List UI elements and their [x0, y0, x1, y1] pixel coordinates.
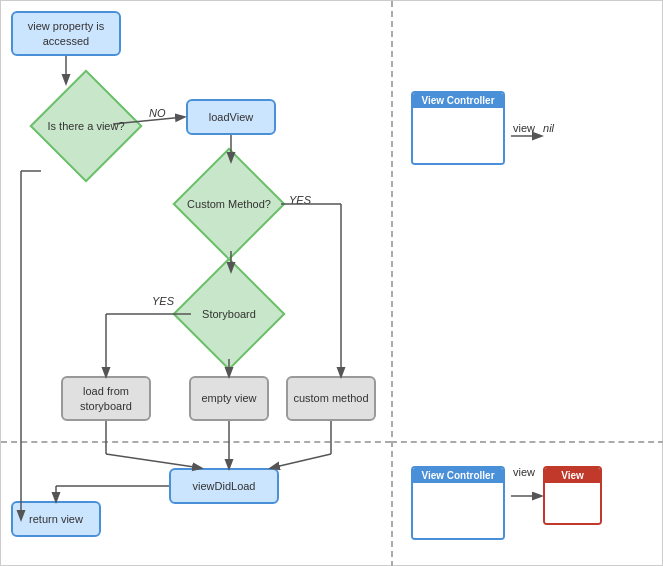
loadview-label: loadView	[209, 110, 253, 124]
decision-storyboard-wrapper: Storyboard	[179, 269, 279, 359]
yes-label: YES	[289, 194, 311, 206]
svg-line-11	[106, 454, 201, 468]
main-container: view property is accessed Is there a vie…	[0, 0, 663, 566]
vc-diagram-bottom: View Controller view View	[411, 466, 602, 540]
divider-horizontal	[1, 441, 391, 443]
vc-header-top: View Controller	[413, 93, 503, 108]
view-header-red: View	[545, 468, 600, 483]
vc-header-bottom: View Controller	[413, 468, 503, 483]
custom-method-label: custom method	[293, 391, 368, 405]
load-storyboard-label: load from storyboard	[63, 384, 149, 413]
view-body-red	[545, 483, 600, 523]
start-box: view property is accessed	[11, 11, 121, 56]
custom-method-box: custom method	[286, 376, 376, 421]
decision-view-wrapper: Is there a view?	[31, 81, 141, 171]
return-view-label: return view	[29, 512, 83, 526]
load-storyboard-box: load from storyboard	[61, 376, 151, 421]
svg-line-15	[271, 454, 331, 468]
loadview-box: loadView	[186, 99, 276, 135]
vc-diagram-top: View Controller view nil	[411, 91, 554, 165]
decision-view-diamond	[29, 69, 142, 182]
decision-custom-diamond	[172, 147, 285, 260]
vc-arrow-label-bottom: view	[513, 466, 535, 478]
vc-box-bottom: View Controller	[411, 466, 505, 540]
viewdidload-label: viewDidLoad	[193, 479, 256, 493]
start-label: view property is accessed	[13, 19, 119, 48]
yes2-label: YES	[152, 295, 174, 307]
divider-vertical	[391, 1, 393, 566]
vc-body-bottom	[413, 483, 503, 538]
vc-box-top: View Controller	[411, 91, 505, 165]
vc-body-top	[413, 108, 503, 163]
divider-horizontal-right	[391, 441, 663, 443]
empty-view-label: empty view	[201, 391, 256, 405]
decision-custom-wrapper: Custom Method?	[179, 159, 279, 249]
decision-storyboard-diamond	[172, 257, 285, 370]
view-box-red: View	[543, 466, 602, 525]
no-label: NO	[149, 107, 166, 119]
return-view-box: return view	[11, 501, 101, 537]
empty-view-box: empty view	[189, 376, 269, 421]
vc-nil-label: nil	[543, 122, 554, 134]
viewdidload-box: viewDidLoad	[169, 468, 279, 504]
vc-arrow-label-top: view	[513, 122, 535, 134]
